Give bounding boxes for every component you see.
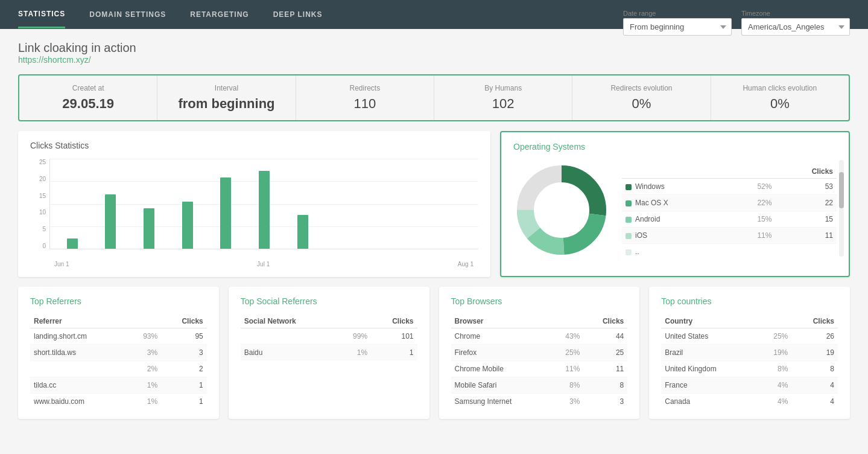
row-pct: 8% — [550, 377, 583, 394]
stats-cards-row: Createt at 29.05.19 Interval from beginn… — [18, 74, 850, 121]
os-scrollbar[interactable] — [839, 160, 844, 257]
top-countries-card: Top countries Country Clicks United Stat… — [649, 287, 850, 419]
bar-9 — [401, 159, 436, 249]
row-pct: 19% — [756, 345, 791, 361]
row-name: Samsung Internet — [451, 394, 550, 410]
table-row: 2% 2 — [30, 361, 207, 377]
os-clicks: 11 — [775, 228, 837, 244]
operating-systems-card: Operating Systems — [500, 131, 850, 277]
country-col1: Country — [661, 315, 756, 328]
stat-by-humans: By Humans 102 — [434, 75, 572, 120]
bar-3 — [170, 159, 205, 249]
row-name: Brazil — [661, 345, 756, 361]
row-clicks: 2 — [161, 361, 207, 377]
list-item: iOS 11% 11 — [622, 228, 837, 244]
row-pct: 25% — [550, 345, 583, 361]
timezone-filter: Timezone America/Los_Angeles — [741, 10, 850, 36]
top-referrers-card: Top Referrers Referrer Clicks landing.sh… — [18, 287, 219, 419]
y-label: 10 — [30, 209, 48, 216]
browser-col2: Clicks — [583, 315, 627, 328]
top-social-card: Top Social Referrers Social Network Clic… — [229, 287, 429, 419]
ref-col1: Referrer — [30, 315, 127, 328]
x-label: Aug 1 — [458, 261, 474, 267]
os-color-dot — [626, 184, 632, 190]
row-pct: 4% — [756, 377, 791, 394]
nav-domain-settings[interactable]: DOMAIN SETTINGS — [89, 2, 166, 27]
top-social-title: Top Social Referrers — [241, 296, 417, 306]
row-clicks: 19 — [791, 345, 838, 361]
row-name: Baidu — [241, 345, 336, 361]
os-col-clicks: Clicks — [775, 165, 837, 179]
table-row: landing.short.cm 93% 95 — [30, 328, 207, 345]
os-col-pct — [729, 165, 775, 179]
os-clicks: 53 — [775, 179, 837, 195]
row-clicks: 8 — [583, 377, 627, 394]
row-clicks: 44 — [583, 328, 627, 345]
bar-segment-4 — [220, 177, 231, 249]
page-content: Date range From beginning Timezone Ameri… — [0, 29, 868, 431]
bar-8 — [362, 159, 397, 249]
row-name — [241, 328, 336, 345]
table-row: www.baidu.com 1% 1 — [30, 394, 207, 410]
nav-deep-links[interactable]: DEEP LINKS — [273, 2, 323, 27]
row-clicks: 1 — [371, 345, 417, 361]
clicks-statistics-card: Clicks Statistics 0510152025 Jun 1Jul 1A… — [18, 131, 490, 277]
os-name: iOS — [622, 228, 729, 244]
row-clicks: 26 — [791, 328, 838, 345]
stat-human-clicks-evolution-value: 0% — [721, 96, 839, 112]
row-clicks: 11 — [583, 361, 627, 377]
row-name: Firefox — [451, 345, 550, 361]
row-clicks: 95 — [161, 328, 207, 345]
page-url[interactable]: https://shortcm.xyz/ — [18, 55, 91, 65]
os-name: .. — [622, 244, 729, 260]
os-name: Android — [622, 211, 729, 228]
os-legend-table: Clicks Windows 52% 53 Mac OS X 22% 22 An… — [622, 165, 837, 260]
row-clicks: 101 — [371, 328, 417, 345]
bar-0 — [55, 159, 90, 249]
stat-interval: Interval from beginning — [157, 75, 296, 120]
table-row: Chrome 43% 44 — [451, 328, 628, 345]
table-row: tilda.cc 1% 1 — [30, 377, 207, 394]
date-range-label: Date range — [623, 10, 732, 17]
row-name: www.baidu.com — [30, 394, 127, 410]
date-range-select[interactable]: From beginning — [623, 18, 732, 36]
nav-statistics[interactable]: STATISTICS — [18, 1, 65, 28]
os-pct: 11% — [729, 228, 775, 244]
svg-point-5 — [535, 184, 588, 237]
row-name: Chrome Mobile — [451, 361, 550, 377]
timezone-select[interactable]: America/Los_Angeles — [741, 18, 850, 36]
os-legend-scroll[interactable]: Clicks Windows 52% 53 Mac OS X 22% 22 An… — [622, 160, 837, 260]
ref-col2: Clicks — [161, 315, 207, 328]
country-col-pct — [756, 315, 791, 328]
row-name: France — [661, 377, 756, 394]
page-header: Link cloaking in action https://shortcm.… — [18, 41, 850, 65]
bar-segment-0 — [67, 238, 78, 249]
row-clicks: 4 — [791, 394, 838, 410]
os-pct: 15% — [729, 211, 775, 228]
row-name: Canada — [661, 394, 756, 410]
table-row: Canada 4% 4 — [661, 394, 838, 410]
table-row: short.tilda.ws 3% 3 — [30, 345, 207, 361]
table-row: United States 25% 26 — [661, 328, 838, 345]
row-pct: 3% — [127, 345, 162, 361]
stat-redirects-label: Redirects — [306, 84, 424, 92]
stat-interval-label: Interval — [167, 84, 285, 92]
os-scrollbar-thumb[interactable] — [839, 172, 844, 208]
list-item: Android 15% 15 — [622, 211, 837, 228]
stat-by-humans-label: By Humans — [444, 84, 562, 92]
row-pct: 2% — [127, 361, 162, 377]
x-axis-labels: Jun 1Jul 1Aug 1 — [49, 261, 478, 267]
table-row: Chrome Mobile 11% 11 — [451, 361, 628, 377]
nav-retargeting[interactable]: RETARGETING — [190, 2, 249, 27]
row-name: Mobile Safari — [451, 377, 550, 394]
os-pct — [729, 244, 775, 260]
os-color-dot — [626, 200, 632, 206]
y-label: 20 — [30, 176, 48, 182]
table-row: United Kingdom 8% 8 — [661, 361, 838, 377]
bar-10 — [439, 159, 474, 249]
bar-chart: 0510152025 Jun 1Jul 1Aug 1 — [30, 159, 478, 267]
os-title: Operating Systems — [513, 142, 837, 152]
social-col-pct — [336, 315, 371, 328]
y-label: 15 — [30, 193, 48, 199]
table-row: Firefox 25% 25 — [451, 345, 628, 361]
